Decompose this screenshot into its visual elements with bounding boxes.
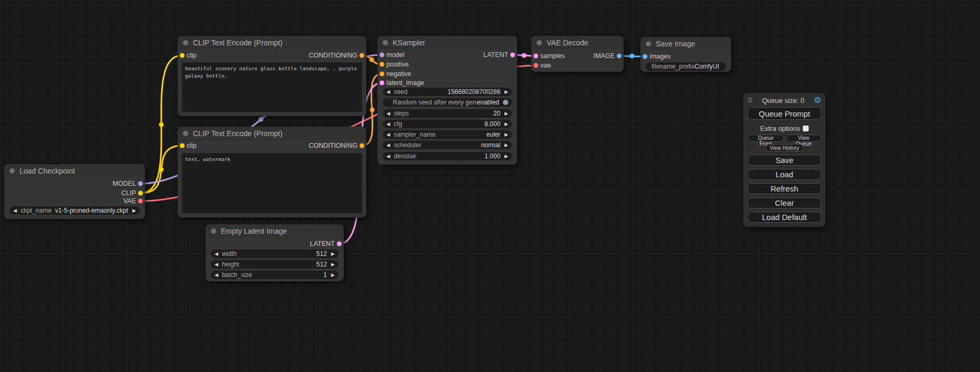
increment-arrow-icon[interactable]: ▶	[331, 252, 335, 256]
node-title-bar[interactable]: CLIP Text Encode (Prompt)	[178, 127, 366, 140]
queue-prompt-button[interactable]: Queue Prompt	[748, 107, 821, 120]
collapse-dot-icon[interactable]	[9, 168, 15, 174]
queue-actions-row: Queue Front View Queue	[748, 135, 821, 142]
clip-input-dot[interactable]	[180, 53, 185, 58]
node-title: CLIP Text Encode (Prompt)	[193, 129, 283, 138]
node-title: Load Checkpoint	[20, 167, 75, 175]
node-save-image[interactable]: Save Image images filename_prefix ComfyU…	[641, 37, 731, 72]
view-queue-button[interactable]: View Queue	[786, 135, 821, 142]
clip-output-dot[interactable]	[138, 191, 143, 196]
denoise-widget[interactable]: ◀ denoise 1.000 ▶	[383, 152, 512, 160]
node-title-bar[interactable]: CLIP Text Encode (Prompt)	[178, 36, 366, 50]
node-clip-text-encode-positive[interactable]: CLIP Text Encode (Prompt) clip CONDITION…	[178, 36, 366, 116]
filename-prefix-widget[interactable]: filename_prefix ComfyUI	[646, 62, 726, 71]
negative-prompt-textarea[interactable]: text, watermark	[182, 153, 362, 213]
latent-output-dot[interactable]	[510, 53, 515, 58]
increment-arrow-icon[interactable]: ▶	[504, 154, 508, 159]
width-widget[interactable]: ◀ width 512 ▶	[211, 250, 338, 258]
increment-arrow-icon[interactable]: ▶	[504, 122, 508, 127]
node-load-checkpoint[interactable]: Load Checkpoint MODEL CLIP VAE ◀ ckpt_na…	[4, 164, 145, 219]
node-title: KSampler	[393, 39, 425, 47]
increment-arrow-icon[interactable]: ▶	[504, 111, 508, 116]
negative-input-dot[interactable]	[380, 72, 384, 77]
batch-size-widget[interactable]: ◀ batch_size 1 ▶	[211, 271, 338, 279]
collapse-dot-icon[interactable]	[183, 40, 188, 45]
decrement-arrow-icon[interactable]: ◀	[386, 90, 390, 94]
output-slot-model: MODEL	[4, 179, 145, 188]
input-slot-negative: negative	[377, 70, 517, 78]
decrement-arrow-icon[interactable]: ◀	[386, 154, 390, 159]
ckpt-name-widget[interactable]: ◀ ckpt_name v1-5-pruned-emaonly.ckpt ▶	[9, 206, 140, 215]
random-seed-toggle[interactable]: Random seed after every gen enabled	[383, 98, 512, 107]
sampler-name-widget[interactable]: ◀ sampler_name euler ▶	[383, 130, 512, 139]
conditioning-output-dot[interactable]	[360, 53, 364, 58]
slot-row-model-latent: model LATENT	[377, 51, 517, 59]
input-slot-positive: positive	[377, 60, 517, 69]
collapse-dot-icon[interactable]	[646, 41, 651, 46]
decrement-arrow-icon[interactable]: ◀	[215, 252, 218, 256]
collapse-dot-icon[interactable]	[383, 40, 388, 45]
node-title-bar[interactable]: VAE Decode	[531, 36, 624, 50]
extra-options-label: Extra options	[760, 125, 800, 132]
node-ksampler[interactable]: KSampler model LATENT positive negative …	[377, 36, 517, 165]
node-clip-text-encode-negative[interactable]: CLIP Text Encode (Prompt) clip CONDITION…	[178, 127, 366, 217]
decrement-arrow-icon[interactable]: ◀	[215, 262, 218, 267]
toggle-knob[interactable]	[503, 100, 508, 105]
decrement-arrow-icon[interactable]: ◀	[386, 143, 390, 148]
increment-arrow-icon[interactable]: ▶	[331, 262, 335, 267]
vae-output-dot[interactable]	[138, 199, 143, 204]
latent-output-dot[interactable]	[337, 242, 342, 246]
collapse-dot-icon[interactable]	[211, 228, 216, 234]
drag-handle-icon[interactable]: ⠿	[748, 97, 753, 104]
height-widget[interactable]: ◀ height 512 ▶	[211, 260, 338, 269]
seed-widget[interactable]: ◀ seed 156680208700286 ▶	[383, 88, 512, 96]
settings-gear-icon[interactable]: ⚙	[814, 96, 821, 104]
decrement-arrow-icon[interactable]: ◀	[13, 208, 17, 213]
samples-input-dot[interactable]	[533, 54, 538, 59]
steps-widget[interactable]: ◀ steps 20 ▶	[383, 109, 512, 118]
increment-arrow-icon[interactable]: ▶	[331, 273, 335, 278]
extra-options-checkbox[interactable]	[803, 126, 809, 131]
conditioning-output-dot[interactable]	[360, 144, 364, 148]
load-default-button[interactable]: Load Default	[748, 212, 821, 223]
increment-arrow-icon[interactable]: ▶	[504, 143, 508, 148]
link-midpoint-dot	[370, 108, 375, 112]
decrement-arrow-icon[interactable]: ◀	[386, 132, 390, 137]
clip-input-dot[interactable]	[180, 144, 185, 148]
decrement-arrow-icon[interactable]: ◀	[386, 111, 390, 116]
node-title-bar[interactable]: Load Checkpoint	[4, 164, 145, 178]
vae-input-dot[interactable]	[533, 63, 538, 68]
node-vae-decode[interactable]: VAE Decode samples IMAGE vae	[531, 36, 624, 72]
view-history-button[interactable]: View History	[765, 144, 803, 151]
increment-arrow-icon[interactable]: ▶	[504, 132, 508, 137]
scheduler-widget[interactable]: ◀ scheduler normal ▶	[383, 141, 512, 149]
link-midpoint-dot	[159, 167, 164, 172]
node-empty-latent-image[interactable]: Empty Latent Image LATENT ◀ width 512 ▶ …	[206, 224, 344, 281]
link-midpoint-dot	[370, 58, 374, 62]
queue-front-button[interactable]: Queue Front	[748, 135, 784, 142]
image-output-dot[interactable]	[617, 54, 622, 59]
latent-image-input-dot[interactable]	[380, 81, 384, 85]
node-title-bar[interactable]: Empty Latent Image	[206, 224, 344, 238]
refresh-button[interactable]: Refresh	[748, 183, 821, 194]
collapse-dot-icon[interactable]	[537, 40, 542, 45]
positive-prompt-textarea[interactable]: beautiful scenery nature glass bottle la…	[182, 62, 362, 112]
images-input-dot[interactable]	[643, 54, 647, 59]
decrement-arrow-icon[interactable]: ◀	[215, 273, 218, 278]
collapse-dot-icon[interactable]	[183, 131, 188, 136]
link-midpoint-dot	[630, 54, 635, 59]
output-slot-clip: CLIP	[4, 189, 145, 197]
load-button[interactable]: Load	[748, 169, 821, 180]
node-title-bar[interactable]: Save Image	[641, 37, 731, 51]
decrement-arrow-icon[interactable]: ◀	[386, 122, 390, 127]
node-title-bar[interactable]: KSampler	[377, 36, 517, 50]
model-input-dot[interactable]	[380, 53, 384, 58]
menu-header: ⠿ Queue size: 0 ⚙	[748, 95, 821, 106]
increment-arrow-icon[interactable]: ▶	[132, 208, 136, 213]
positive-input-dot[interactable]	[380, 62, 384, 67]
clear-button[interactable]: Clear	[748, 197, 821, 208]
cfg-widget[interactable]: ◀ cfg 8.000 ▶	[383, 120, 512, 128]
model-output-dot[interactable]	[138, 182, 143, 186]
increment-arrow-icon[interactable]: ▶	[504, 90, 508, 94]
save-button[interactable]: Save	[748, 155, 821, 166]
